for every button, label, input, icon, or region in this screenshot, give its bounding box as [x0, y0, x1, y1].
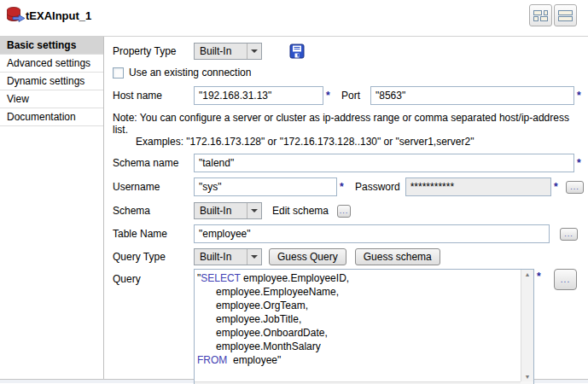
query-type-label: Query Type [113, 251, 194, 263]
scroll-down-icon[interactable]: ▼ [525, 374, 531, 380]
table-name-input[interactable] [194, 224, 550, 243]
host-name-label: Host name [113, 90, 194, 102]
use-existing-connection-checkbox[interactable] [113, 67, 124, 79]
query-type-value: Built-In [195, 251, 247, 263]
note-line-2: Examples: "172.16.173.128" or "172.16.17… [113, 136, 584, 148]
query-type-combo[interactable]: Built-In [194, 248, 262, 265]
sidebar-item-dynamic-settings[interactable]: Dynamic settings [0, 73, 103, 90]
chevron-down-icon [247, 44, 261, 59]
chevron-down-icon [247, 249, 261, 265]
grid-view-icon [533, 10, 548, 21]
schema-name-input[interactable] [194, 154, 574, 172]
query-field: employee.MonthSalary [197, 340, 521, 353]
table-name-ellipsis-button[interactable]: ... [560, 228, 578, 241]
query-field: employee.JobTitle, [197, 312, 521, 326]
query-field: employee.OrgTeam, [197, 299, 521, 312]
username-input[interactable] [194, 177, 337, 196]
list-view-button[interactable] [554, 4, 577, 26]
database-input-icon [7, 7, 26, 24]
schema-label: Schema [113, 205, 194, 217]
guess-schema-button[interactable]: Guess schema [355, 248, 440, 265]
chevron-down-icon [247, 203, 261, 218]
host-required-marker: * [326, 90, 333, 102]
table-name-label: Table Name [113, 228, 194, 240]
grid-view-button[interactable] [529, 4, 552, 26]
query-text: "SELECT employee.EmployeeID, employee.Em… [195, 270, 521, 381]
sidebar-item-basic-settings[interactable]: Basic settings [0, 37, 103, 55]
basic-settings-panel: Property Type Built-In Use an existing c… [104, 37, 588, 379]
component-title: tEXAInput_1 [26, 9, 91, 22]
password-ellipsis-button[interactable]: ... [566, 181, 584, 194]
schema-combo[interactable]: Built-In [194, 202, 262, 219]
query-required-marker: * [537, 271, 544, 282]
sidebar-item-documentation[interactable]: Documentation [0, 108, 103, 126]
schema-combo-value: Built-In [195, 205, 247, 217]
port-label: Port [341, 90, 360, 102]
host-name-input[interactable] [194, 86, 323, 105]
password-required-marker: * [554, 181, 561, 193]
guess-query-button[interactable]: Guess Query [269, 248, 346, 265]
port-required-marker: * [577, 90, 584, 102]
list-view-icon [558, 10, 573, 21]
scroll-up-icon[interactable]: ▲ [525, 271, 531, 277]
property-type-label: Property Type [113, 45, 194, 57]
note-line-1: Note: You can configure a server or clus… [113, 112, 584, 136]
username-label: Username [113, 181, 194, 193]
query-field: employee.OnboardDate, [197, 326, 521, 340]
username-required-marker: * [340, 181, 346, 193]
use-existing-connection-label: Use an existing connection [129, 67, 251, 79]
schema-name-label: Schema name [113, 157, 194, 169]
sidebar-item-view[interactable]: View [0, 90, 103, 108]
password-input[interactable] [405, 177, 551, 196]
sidebar-item-advanced-settings[interactable]: Advanced settings [0, 55, 103, 73]
property-type-combo[interactable]: Built-In [194, 43, 262, 60]
edit-schema-label: Edit schema [272, 205, 329, 217]
settings-sidebar: Basic settings Advanced settings Dynamic… [0, 37, 104, 379]
connection-note: Note: You can configure a server or clus… [113, 112, 584, 148]
query-editor[interactable]: "SELECT employee.EmployeeID, employee.Em… [194, 269, 534, 384]
query-ellipsis-button[interactable]: ... [554, 269, 577, 290]
property-type-value: Built-In [195, 45, 247, 57]
query-label: Query [113, 269, 194, 285]
vertical-scrollbar[interactable]: ▲ ▼ [521, 270, 533, 381]
password-label: Password [355, 181, 400, 193]
schema-name-required-marker: * [577, 157, 584, 169]
sql-from-keyword: FROM [197, 354, 227, 366]
port-input[interactable] [370, 86, 574, 105]
edit-schema-ellipsis-button[interactable]: ... [337, 205, 351, 218]
save-icon[interactable] [289, 44, 305, 59]
sql-select-keyword: SELECT [201, 272, 240, 284]
component-header: tEXAInput_1 [0, 0, 588, 37]
query-field: employee.EmployeeName, [197, 285, 521, 299]
